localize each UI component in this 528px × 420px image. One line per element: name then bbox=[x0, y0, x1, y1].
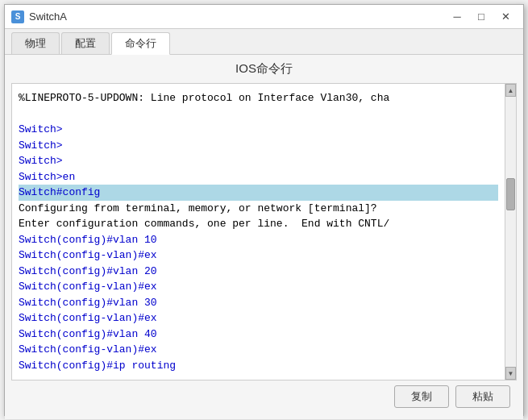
close-button[interactable]: ✕ bbox=[494, 8, 517, 26]
terminal-line: Switch(config-vlan)#ex bbox=[19, 310, 498, 326]
button-bar: 复制 粘贴 bbox=[11, 380, 517, 413]
window-title: SwitchA bbox=[29, 10, 67, 23]
terminal-line: Switch#config bbox=[19, 185, 498, 201]
terminal-output[interactable]: %LINEPROTO-5-UPDOWN: Line protocol on In… bbox=[12, 84, 505, 380]
terminal-line: Switch(config)#vlan 30 bbox=[19, 295, 498, 311]
window-icon: S bbox=[11, 10, 24, 23]
scrollbar-thumb-area bbox=[505, 97, 516, 367]
terminal-line: Configuring from terminal, memory, or ne… bbox=[19, 201, 498, 217]
terminal-line: %LINEPROTO-5-UPDOWN: Line protocol on In… bbox=[19, 90, 498, 106]
terminal-wrapper: %LINEPROTO-5-UPDOWN: Line protocol on In… bbox=[11, 83, 517, 380]
title-bar-left: S SwitchA bbox=[11, 10, 67, 23]
main-window: S SwitchA ─ □ ✕ 物理 配置 命令行 IOS命令行 %LINEPR… bbox=[4, 4, 524, 416]
scrollbar[interactable]: ▲ ▼ bbox=[505, 84, 516, 380]
terminal-line: Switch(config-vlan)#ex bbox=[19, 342, 498, 358]
paste-button[interactable]: 粘贴 bbox=[455, 385, 510, 408]
maximize-button[interactable]: □ bbox=[470, 8, 493, 26]
terminal-line: Switch> bbox=[19, 122, 498, 138]
tab-physics[interactable]: 物理 bbox=[11, 32, 60, 54]
terminal-line: Switch(config)#vlan 40 bbox=[19, 326, 498, 343]
terminal-line: Switch(config)#ip routing bbox=[19, 358, 498, 374]
tab-config[interactable]: 配置 bbox=[61, 32, 110, 54]
tab-cli[interactable]: 命令行 bbox=[111, 32, 170, 55]
terminal-line: Switch(config-vlan)#ex bbox=[19, 279, 498, 295]
window-controls: ─ □ ✕ bbox=[446, 8, 517, 26]
tab-bar: 物理 配置 命令行 bbox=[5, 29, 523, 55]
terminal-line: Switch(config)#vlan 10 bbox=[19, 232, 498, 248]
terminal-line bbox=[19, 106, 498, 123]
scroll-up-button[interactable]: ▲ bbox=[505, 84, 516, 97]
terminal-line: Switch(config-vlan)#ex bbox=[19, 247, 498, 264]
scroll-down-button[interactable]: ▼ bbox=[505, 367, 516, 380]
title-bar: S SwitchA ─ □ ✕ bbox=[5, 5, 523, 29]
minimize-button[interactable]: ─ bbox=[446, 8, 468, 26]
terminal-line: Switch> bbox=[19, 153, 498, 169]
terminal-line: Switch(config)#vlan 20 bbox=[19, 264, 498, 280]
terminal-line: Enter configuration commands, one per li… bbox=[19, 216, 498, 232]
terminal-line: Switch> bbox=[19, 138, 498, 154]
content-area: IOS命令行 %LINEPROTO-5-UPDOWN: Line protoco… bbox=[5, 55, 523, 419]
section-title: IOS命令行 bbox=[11, 61, 517, 77]
scrollbar-thumb[interactable] bbox=[506, 178, 515, 210]
copy-button[interactable]: 复制 bbox=[394, 385, 449, 408]
terminal-line: Switch>en bbox=[19, 169, 498, 185]
